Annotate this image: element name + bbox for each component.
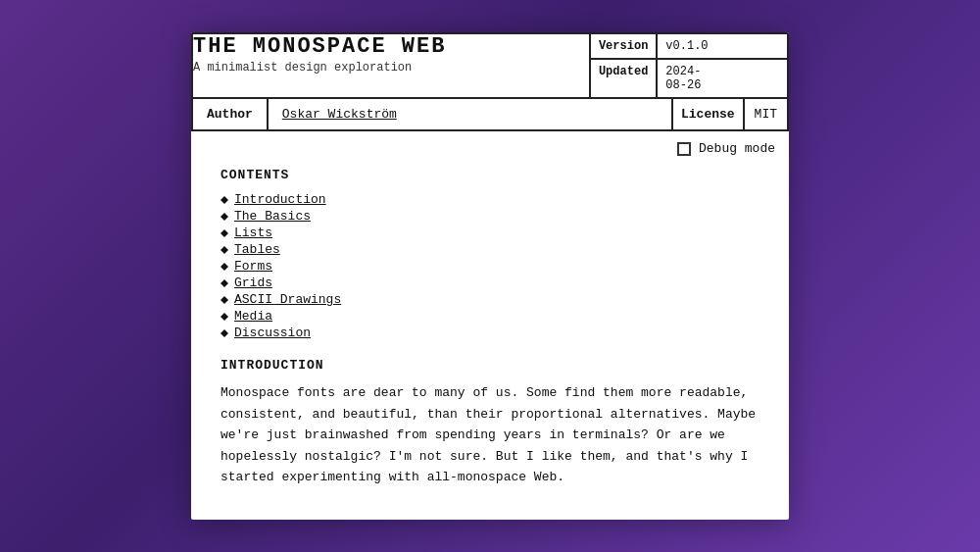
author-value: Oskar Wickström — [269, 99, 673, 129]
bullet-icon — [220, 246, 228, 254]
version-label: Version — [591, 34, 658, 58]
meta-cell: Version v0.1.0 Updated 2024-08-26 — [590, 33, 788, 98]
main-card: THE MONOSPACE WEB A minimalist design ex… — [191, 32, 789, 519]
list-item: Media — [220, 309, 760, 324]
site-subtitle: A minimalist design exploration — [193, 61, 589, 75]
contents-link-introduction[interactable]: Introduction — [234, 192, 326, 207]
introduction-text: Monospace fonts are dear to many of us. … — [220, 382, 760, 487]
license-label: License — [673, 99, 745, 129]
list-item: Grids — [220, 276, 760, 290]
content-body: CONTENTS Introduction The Basics Lists T… — [191, 162, 789, 487]
contents-link-discussion[interactable]: Discussion — [234, 326, 311, 340]
debug-checkbox[interactable] — [677, 142, 691, 156]
list-item: The Basics — [220, 209, 760, 224]
author-link[interactable]: Oskar Wickström — [282, 107, 397, 122]
bullet-icon — [220, 279, 228, 287]
bullet-icon — [220, 213, 228, 221]
list-item: Lists — [220, 226, 760, 240]
contents-heading: CONTENTS — [220, 168, 760, 182]
updated-value: 2024-08-26 — [658, 60, 709, 97]
introduction-heading: INTRODUCTION — [220, 358, 760, 373]
version-value: v0.1.0 — [658, 34, 715, 58]
list-item: Discussion — [220, 326, 760, 340]
header-table: THE MONOSPACE WEB A minimalist design ex… — [191, 32, 789, 99]
contents-link-tables[interactable]: Tables — [234, 242, 280, 257]
list-item: Forms — [220, 259, 760, 274]
contents-link-grids[interactable]: Grids — [234, 276, 272, 290]
debug-row: Debug mode — [191, 131, 789, 162]
author-label: Author — [193, 99, 269, 129]
bullet-icon — [220, 329, 228, 337]
list-item: ASCII Drawings — [220, 292, 760, 307]
author-row: Author Oskar Wickström License MIT — [191, 99, 789, 131]
site-title: THE MONOSPACE WEB — [193, 34, 589, 59]
bullet-icon — [220, 296, 228, 304]
contents-link-basics[interactable]: The Basics — [234, 209, 311, 224]
list-item: Introduction — [220, 192, 760, 207]
debug-label: Debug mode — [699, 141, 775, 156]
bullet-icon — [220, 313, 228, 321]
updated-label: Updated — [591, 60, 658, 97]
contents-link-forms[interactable]: Forms — [234, 259, 272, 274]
license-value: MIT — [745, 99, 787, 129]
bullet-icon — [220, 196, 228, 204]
contents-link-lists[interactable]: Lists — [234, 226, 272, 240]
contents-link-media[interactable]: Media — [234, 309, 272, 324]
contents-link-ascii[interactable]: ASCII Drawings — [234, 292, 341, 307]
title-cell: THE MONOSPACE WEB A minimalist design ex… — [192, 33, 590, 98]
bullet-icon — [220, 263, 228, 271]
list-item: Tables — [220, 242, 760, 257]
bullet-icon — [220, 229, 228, 237]
contents-list: Introduction The Basics Lists Tables For… — [220, 192, 760, 340]
